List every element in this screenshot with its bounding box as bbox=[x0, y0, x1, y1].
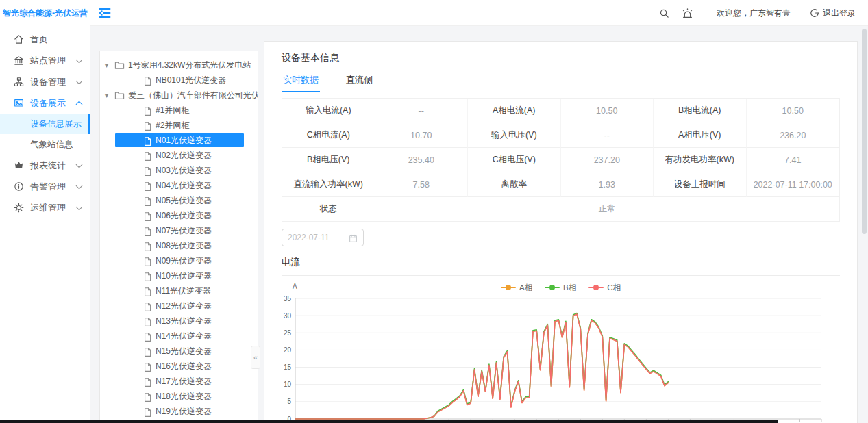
current-line-chart: 0510152025303500:0001:0002:0003:0004:000… bbox=[282, 294, 840, 423]
tree-node-device[interactable]: N09光伏逆变器 bbox=[115, 254, 244, 268]
tree-node-device[interactable]: N14光伏逆变器 bbox=[115, 329, 244, 343]
info-circle-icon bbox=[14, 181, 24, 192]
y-tick-label: 20 bbox=[284, 346, 292, 354]
tree-node-label: N16光伏逆变器 bbox=[156, 361, 212, 372]
logout-label: 退出登录 bbox=[823, 8, 856, 19]
status-label: 状态 bbox=[282, 197, 375, 222]
tree-node-device[interactable]: NB0101光伏逆变器 bbox=[115, 73, 244, 87]
sidebar-nav: 首页站点管理设备管理设备展示设备信息展示气象站信息报表统计告警管理运维管理 bbox=[0, 26, 90, 423]
tree-node-label: #2并网柜 bbox=[156, 120, 189, 131]
tree-node-device[interactable]: #2并网柜 bbox=[115, 118, 244, 132]
tree-node-device[interactable]: N18光伏逆变器 bbox=[115, 389, 244, 403]
chart-canvas: 0510152025303500:0001:0002:0003:0004:000… bbox=[282, 294, 841, 423]
tree-node-device[interactable]: N16光伏逆变器 bbox=[115, 359, 244, 373]
tree-collapse-handle[interactable]: « bbox=[251, 346, 260, 369]
file-icon bbox=[142, 377, 151, 386]
tree-node-label: N05光伏逆变器 bbox=[156, 195, 212, 207]
folder-icon bbox=[114, 60, 124, 70]
info-value: 7.41 bbox=[747, 148, 840, 172]
bank-icon bbox=[14, 55, 24, 66]
tree-node-device[interactable]: N11光伏逆变器 bbox=[115, 284, 244, 298]
file-icon bbox=[142, 106, 151, 115]
logo-text: 智光综合能源-光伏运营 bbox=[3, 8, 88, 19]
menu-fold-icon[interactable] bbox=[98, 6, 112, 20]
sidebar-subitem-设备信息展示[interactable]: 设备信息展示 bbox=[0, 114, 90, 134]
tree-node-device[interactable]: N15光伏逆变器 bbox=[115, 344, 244, 358]
gear-icon bbox=[14, 203, 24, 213]
sidebar-item-设备管理[interactable]: 设备管理 bbox=[0, 71, 90, 92]
info-label: 有功发电功率(kW) bbox=[654, 148, 747, 172]
file-icon bbox=[142, 317, 151, 326]
scrollbar-thumb[interactable] bbox=[862, 29, 867, 234]
tree-node-label: N19光伏逆变器 bbox=[156, 406, 212, 418]
tree-node-device[interactable]: N19光伏逆变器 bbox=[115, 405, 244, 418]
tab-实时数据[interactable]: 实时数据 bbox=[282, 70, 320, 92]
info-value: -- bbox=[375, 99, 469, 123]
top-header: 智光综合能源-光伏运营 欢迎您，广东智有壹 bbox=[0, 0, 868, 26]
legend-marker-icon bbox=[545, 285, 560, 290]
tree-node-device[interactable]: N06光伏逆变器 bbox=[115, 209, 244, 222]
y-tick-label: 30 bbox=[284, 312, 292, 320]
tab-bar: 实时数据直流侧 bbox=[282, 70, 840, 92]
tree-node-device[interactable]: N07光伏逆变器 bbox=[115, 224, 244, 238]
sidebar-subitem-气象站信息[interactable]: 气象站信息 bbox=[0, 134, 90, 155]
tree-node-label: N08光伏逆变器 bbox=[156, 240, 212, 252]
calendar-icon bbox=[349, 233, 358, 242]
legend-label: A相 bbox=[519, 283, 532, 293]
info-value: -- bbox=[561, 123, 654, 148]
tree-node-label: N14光伏逆变器 bbox=[156, 331, 212, 342]
info-value: 1.93 bbox=[561, 172, 654, 197]
file-icon bbox=[142, 347, 151, 356]
legend-item-B相[interactable]: B相 bbox=[545, 283, 576, 293]
tree-node-label: N17光伏逆变器 bbox=[156, 376, 212, 387]
page-scrollbar[interactable] bbox=[859, 26, 868, 423]
alarm-icon[interactable] bbox=[675, 0, 699, 26]
sidebar-item-运维管理[interactable]: 运维管理 bbox=[0, 197, 90, 218]
legend-marker-icon bbox=[588, 285, 604, 290]
info-label: 输入电流(A) bbox=[282, 99, 375, 123]
sidebar-item-设备展示[interactable]: 设备展示 bbox=[0, 92, 90, 114]
legend-item-A相[interactable]: A相 bbox=[501, 283, 532, 293]
tree-node-device[interactable]: N05光伏逆变器 bbox=[115, 194, 244, 207]
tree-node-device[interactable]: N01光伏逆变器 bbox=[115, 133, 244, 147]
tree-node-folder[interactable]: ▾爱三（佛山）汽车部件有限公司光伏发 bbox=[100, 88, 258, 102]
search-icon[interactable] bbox=[652, 0, 675, 26]
tree-node-device[interactable]: N17光伏逆变器 bbox=[115, 374, 244, 388]
legend-item-C相[interactable]: C相 bbox=[588, 283, 621, 293]
info-value: 236.20 bbox=[747, 123, 840, 148]
sidebar-item-首页[interactable]: 首页 bbox=[0, 29, 90, 50]
tree-node-label: N10光伏逆变器 bbox=[156, 270, 212, 282]
home-icon bbox=[14, 34, 24, 44]
tree-node-device[interactable]: N03光伏逆变器 bbox=[115, 164, 244, 177]
sidebar-item-站点管理[interactable]: 站点管理 bbox=[0, 50, 90, 71]
tree-node-label: 爱三（佛山）汽车部件有限公司光伏发 bbox=[128, 90, 258, 101]
tree-node-label: N03光伏逆变器 bbox=[156, 165, 212, 177]
tree-node-device[interactable]: #1并网柜 bbox=[115, 103, 244, 117]
tree-node-device[interactable]: N13光伏逆变器 bbox=[115, 314, 244, 328]
file-icon bbox=[142, 362, 151, 371]
tree-node-device[interactable]: N10光伏逆变器 bbox=[115, 269, 244, 283]
tree-node-device[interactable]: N12光伏逆变器 bbox=[115, 299, 244, 313]
tree-node-label: N09光伏逆变器 bbox=[156, 255, 212, 267]
file-icon bbox=[142, 212, 151, 220]
sidebar-item-告警管理[interactable]: 告警管理 bbox=[0, 176, 90, 197]
caret-down-icon[interactable]: ▾ bbox=[105, 62, 113, 69]
legend-label: B相 bbox=[563, 283, 576, 293]
logo: 智光综合能源-光伏运营 bbox=[0, 0, 90, 26]
tab-直流侧[interactable]: 直流侧 bbox=[345, 70, 374, 92]
info-value: 237.20 bbox=[561, 148, 654, 172]
date-picker[interactable]: 2022-07-11 bbox=[282, 229, 364, 246]
tree-node-device[interactable]: N08光伏逆变器 bbox=[115, 239, 244, 253]
info-value: 235.40 bbox=[375, 148, 469, 172]
tree-node-device[interactable]: N04光伏逆变器 bbox=[115, 179, 244, 192]
header-right: 欢迎您，广东智有壹 退出登录 bbox=[652, 0, 856, 26]
logout-button[interactable]: 退出登录 bbox=[810, 8, 856, 19]
info-label: 设备上报时间 bbox=[654, 172, 747, 197]
device-info-table: 输入电流(A)--A相电流(A)10.50B相电流(A)10.50C相电流(A)… bbox=[282, 98, 840, 222]
tree-node-folder[interactable]: ▾1号家用4.32kW分布式光伏发电站 bbox=[100, 58, 258, 72]
tree-node-device[interactable]: N02光伏逆变器 bbox=[115, 149, 244, 162]
folder-icon bbox=[114, 90, 124, 100]
sidebar-item-报表统计[interactable]: 报表统计 bbox=[0, 155, 90, 176]
legend-label: C相 bbox=[607, 283, 621, 293]
caret-down-icon[interactable]: ▾ bbox=[105, 92, 113, 99]
